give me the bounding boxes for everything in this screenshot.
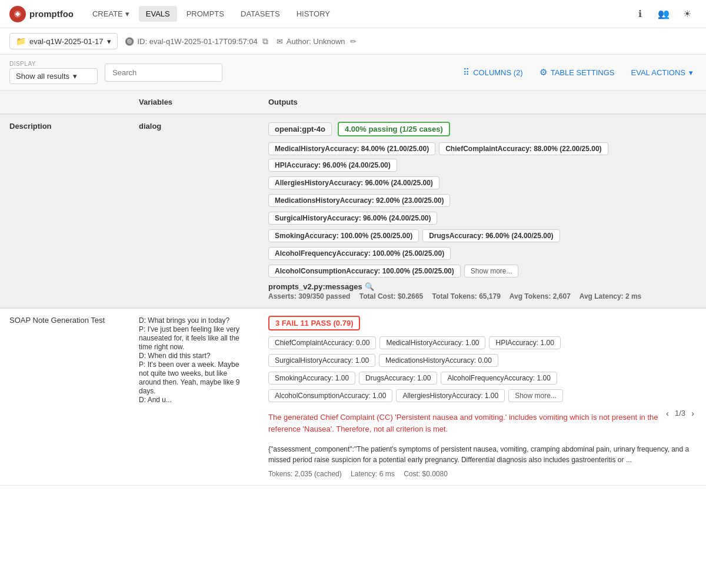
- asserts-text: Asserts: 309/350 passed: [268, 292, 350, 300]
- avg-tokens-text: Avg Tokens: 2,607: [509, 292, 571, 300]
- display-value: Show all results: [16, 72, 69, 81]
- logo-icon: [9, 6, 26, 22]
- eval-bar: 📁 eval-q1W-2025-01-17 ▾ 🔘 ID: eval-q1W-2…: [0, 28, 706, 55]
- nav-evals[interactable]: EVALS: [139, 6, 177, 22]
- pass-badge: 4.00% passing (1/25 cases): [338, 122, 450, 136]
- show-more-button[interactable]: Show more...: [508, 389, 563, 402]
- metrics-grid: SurgicalHistoryAccuracy: 96.00% (24.00/2…: [268, 212, 697, 225]
- prompts-label: prompts_v2.py:messages 🔍: [268, 282, 697, 291]
- id-icon: 🔘: [125, 37, 134, 46]
- col-header-outputs: Outputs: [259, 91, 706, 114]
- token-info: Tokens: 2,035 (cached) Latency: 6 ms Cos…: [268, 470, 697, 478]
- edit-author-button[interactable]: ✏: [349, 36, 358, 47]
- dropdown-arrow-icon: ▾: [125, 9, 129, 18]
- users-icon-button[interactable]: 👥: [654, 5, 673, 24]
- metric-chip: SmokingAccuracy: 1.00: [268, 372, 355, 385]
- calendar-icon: 📁: [16, 36, 26, 46]
- metric-chip: SurgicalHistoryAccuracy: 96.00% (24.00/2…: [268, 212, 437, 225]
- toolbar-actions: ⠿ COLUMNS (2) ⚙ TABLE SETTINGS EVAL ACTI…: [459, 65, 697, 80]
- row-description: SOAP Note Generation Test: [9, 316, 105, 325]
- results-table: Variables Outputs Description dialog ope…: [0, 91, 706, 486]
- nav-create[interactable]: CREATE ▾: [85, 6, 136, 22]
- metric-chip: DrugsAccuracy: 96.00% (24.00/25.00): [422, 229, 560, 242]
- author-section: ✉ Author: Unknown ✏: [277, 36, 358, 47]
- variables-cell: D: What brings you in today? P: I've jus…: [129, 308, 259, 486]
- metrics-grid: ChiefComplaintAccuracy: 0.00 MedicalHist…: [268, 336, 697, 349]
- metric-chip: MedicalHistoryAccuracy: 84.00% (21.00/25…: [268, 142, 435, 155]
- info-icon-button[interactable]: ℹ: [631, 5, 650, 24]
- eval-name: eval-q1W-2025-01-17: [29, 37, 104, 46]
- asserts-line: Asserts: 309/350 passed Total Cost: $0.2…: [268, 292, 697, 300]
- description-cell: SOAP Note Generation Test: [0, 308, 129, 486]
- page-indicator: 1/3: [675, 409, 685, 417]
- table-settings-label: TABLE SETTINGS: [551, 68, 615, 77]
- eval-selector[interactable]: 📁 eval-q1W-2025-01-17 ▾: [9, 33, 118, 49]
- eval-actions-button[interactable]: EVAL ACTIONS ▾: [628, 66, 697, 79]
- metrics-grid: AlcoholConsumptionAccuracy: 1.00 Allergi…: [268, 389, 697, 402]
- display-group: Display Show all results ▾: [9, 61, 98, 84]
- metrics-grid: SmokingAccuracy: 1.00 DrugsAccuracy: 1.0…: [268, 372, 697, 385]
- metric-chip: SurgicalHistoryAccuracy: 1.00: [268, 354, 375, 367]
- metrics-grid: MedicalHistoryAccuracy: 84.00% (21.00/25…: [268, 142, 697, 172]
- app-name: promptfoo: [29, 9, 74, 19]
- top-nav: promptfoo CREATE ▾ EVALS PROMPTS DATASET…: [0, 0, 706, 28]
- metrics-grid: AllergiesHistoryAccuracy: 96.00% (24.00/…: [268, 176, 697, 189]
- eval-actions-arrow: ▾: [689, 68, 693, 77]
- json-preview: {"assessment_component":"The patient's s…: [268, 444, 697, 465]
- metrics-grid: SmokingAccuracy: 100.00% (25.00/25.00) D…: [268, 229, 697, 242]
- nav-icons: ℹ 👥 ☀: [631, 5, 697, 24]
- toolbar: Display Show all results ▾ ⠿ COLUMNS (2)…: [0, 55, 706, 91]
- output-header: openai:gpt-4o 4.00% passing (1/25 cases): [268, 122, 697, 136]
- tokens-text: Tokens: 2,035 (cached): [268, 470, 342, 478]
- col-header-description: [0, 91, 129, 114]
- display-label: Display: [9, 61, 98, 67]
- search-icon: 🔍: [365, 282, 374, 291]
- nav-history[interactable]: HISTORY: [289, 6, 337, 22]
- settings-icon-button[interactable]: ☀: [678, 5, 697, 24]
- metrics-grid: AlcoholConsumptionAccuracy: 100.00% (25.…: [268, 265, 697, 278]
- metric-chip: AlcoholConsumptionAccuracy: 1.00: [268, 389, 392, 402]
- metric-chip: AlcoholFrequencyAccuracy: 100.00% (25.00…: [268, 247, 451, 260]
- avg-latency-text: Avg Latency: 2 ms: [580, 292, 642, 300]
- metrics-grid: MedicationsHistoryAccuracy: 92.00% (23.0…: [268, 194, 697, 207]
- nav-items: CREATE ▾ EVALS PROMPTS DATASETS HISTORY: [85, 6, 337, 22]
- model-badge: openai:gpt-4o: [268, 122, 332, 136]
- gear-icon: ⚙: [540, 67, 547, 78]
- metric-chip: SmokingAccuracy: 100.00% (25.00/25.00): [268, 229, 419, 242]
- show-more-button[interactable]: Show more...: [464, 265, 519, 278]
- metric-chip: ChiefComplaintAccuracy: 88.00% (22.00/25…: [439, 142, 608, 155]
- table-row: Description dialog openai:gpt-4o 4.00% p…: [0, 114, 706, 308]
- metric-chip: AlcoholFrequencyAccuracy: 1.00: [441, 372, 557, 385]
- eval-id-section: 🔘 ID: eval-q1W-2025-01-17T09:57:04 ⧉: [125, 35, 269, 48]
- variables-cell: dialog: [129, 114, 259, 308]
- nav-datasets[interactable]: DATASETS: [234, 6, 287, 22]
- app-logo: promptfoo: [9, 6, 74, 22]
- display-select[interactable]: Show all results ▾: [9, 68, 98, 84]
- metric-chip: HPIAccuracy: 96.00% (24.00/25.00): [268, 159, 397, 172]
- columns-button[interactable]: ⠿ COLUMNS (2): [459, 65, 527, 80]
- author-text: Author: Unknown: [287, 37, 345, 46]
- total-cost-text: Total Cost: $0.2665: [359, 292, 423, 300]
- nav-prompts[interactable]: PROMPTS: [179, 6, 231, 22]
- metric-chip: AllergiesHistoryAccuracy: 96.00% (24.00/…: [268, 176, 439, 189]
- table-row: SOAP Note Generation Test D: What brings…: [0, 308, 706, 486]
- metric-chip: MedicationsHistoryAccuracy: 92.00% (23.0…: [268, 194, 450, 207]
- eval-actions-label: EVAL ACTIONS: [631, 68, 685, 77]
- metric-chip: HPIAccuracy: 1.00: [489, 336, 560, 349]
- columns-icon: ⠿: [463, 67, 469, 78]
- table-settings-button[interactable]: ⚙ TABLE SETTINGS: [536, 65, 618, 80]
- table-container: Variables Outputs Description dialog ope…: [0, 91, 706, 486]
- pagination: ‹ 1/3 ›: [664, 407, 697, 419]
- metric-chip: AllergiesHistoryAccuracy: 1.00: [396, 389, 505, 402]
- prev-page-button[interactable]: ‹: [664, 407, 671, 419]
- col-header-variables: Variables: [129, 91, 259, 114]
- email-icon: ✉: [277, 37, 283, 46]
- outputs-cell: 3 FAIL 11 PASS (0.79) ChiefComplaintAccu…: [259, 308, 706, 486]
- next-page-button[interactable]: ›: [689, 407, 697, 419]
- columns-label: COLUMNS (2): [473, 68, 523, 77]
- metric-chip: AlcoholConsumptionAccuracy: 100.00% (25.…: [268, 265, 461, 278]
- fail-pass-badge: 3 FAIL 11 PASS (0.79): [268, 316, 360, 330]
- copy-id-button[interactable]: ⧉: [261, 35, 269, 48]
- metric-chip: MedicalHistoryAccuracy: 1.00: [379, 336, 485, 349]
- search-input[interactable]: [105, 64, 222, 82]
